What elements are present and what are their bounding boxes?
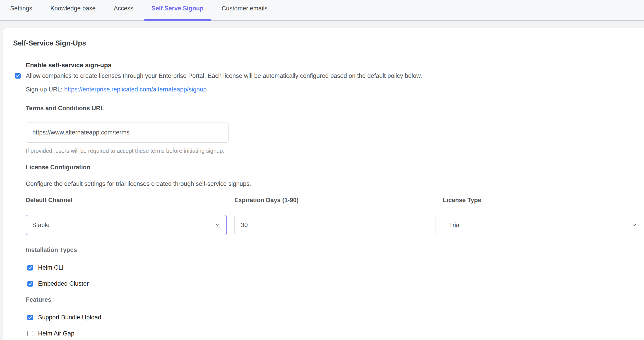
list-item: Helm CLI bbox=[28, 264, 644, 272]
support-bundle-upload-label: Support Bundle Upload bbox=[38, 314, 101, 321]
list-item: Helm Air Gap bbox=[28, 330, 644, 337]
list-item: Support Bundle Upload bbox=[28, 314, 644, 321]
license-type-field: License Type Trial bbox=[443, 196, 643, 235]
terms-url-help-text: If provided, users will be required to a… bbox=[26, 147, 644, 154]
helm-air-gap-label: Helm Air Gap bbox=[38, 330, 74, 337]
license-fields-row: Default Channel Stable Expiration Days (… bbox=[26, 196, 644, 235]
chevron-down-icon bbox=[215, 222, 220, 228]
installation-types-list: Helm CLI Embedded Cluster bbox=[28, 264, 644, 288]
enable-signups-row: Allow companies to create licenses throu… bbox=[15, 72, 644, 80]
default-channel-field: Default Channel Stable bbox=[26, 196, 227, 235]
terms-url-input[interactable] bbox=[26, 122, 229, 142]
default-channel-select[interactable]: Stable bbox=[26, 215, 227, 235]
embedded-cluster-checkbox[interactable] bbox=[28, 281, 33, 286]
features-label: Features bbox=[26, 296, 644, 304]
tab-self-serve-signup[interactable]: Self Serve Signup bbox=[144, 0, 211, 20]
embedded-cluster-label: Embedded Cluster bbox=[38, 280, 89, 288]
signup-url-link[interactable]: https://enterprise.replicated.com/altern… bbox=[64, 86, 207, 93]
terms-url-label: Terms and Conditions URL bbox=[26, 104, 644, 112]
checkmark-icon bbox=[28, 315, 32, 320]
support-bundle-upload-checkbox[interactable] bbox=[28, 315, 33, 320]
checkmark-icon bbox=[28, 282, 32, 286]
features-list: Support Bundle Upload Helm Air Gap bbox=[28, 314, 644, 337]
installation-types-label: Installation Types bbox=[26, 246, 644, 254]
signup-url-line: Sign-up URL: https://enterprise.replicat… bbox=[26, 86, 644, 93]
license-type-label: License Type bbox=[443, 196, 643, 204]
tab-customer-emails[interactable]: Customer emails bbox=[214, 0, 275, 20]
license-type-value: Trial bbox=[449, 222, 631, 229]
license-type-select[interactable]: Trial bbox=[443, 215, 643, 235]
list-item: Embedded Cluster bbox=[28, 280, 644, 288]
expiration-days-input[interactable] bbox=[234, 215, 436, 235]
license-configuration-heading: License Configuration bbox=[26, 164, 644, 171]
default-channel-value: Stable bbox=[32, 222, 215, 229]
enable-signups-description: Allow companies to create licenses throu… bbox=[26, 72, 422, 80]
tab-knowledge-base[interactable]: Knowledge base bbox=[43, 0, 103, 20]
self-service-signups-card: Self-Service Sign-Ups Enable self-servic… bbox=[3, 28, 644, 340]
expiration-days-label: Expiration Days (1-90) bbox=[234, 196, 436, 204]
helm-cli-label: Helm CLI bbox=[38, 264, 64, 272]
checkmark-icon bbox=[16, 74, 20, 78]
license-configuration-description: Configure the default settings for trial… bbox=[26, 180, 644, 188]
enable-signups-checkbox[interactable] bbox=[15, 73, 20, 78]
chevron-down-icon bbox=[631, 222, 637, 228]
enable-signups-heading: Enable self-service sign-ups bbox=[26, 61, 644, 69]
helm-air-gap-checkbox[interactable] bbox=[28, 331, 33, 336]
signup-url-label: Sign-up URL: bbox=[26, 86, 62, 93]
settings-tab-bar: Settings Knowledge base Access Self Serv… bbox=[0, 0, 644, 20]
helm-cli-checkbox[interactable] bbox=[28, 265, 33, 270]
checkmark-icon bbox=[28, 266, 32, 270]
tab-settings[interactable]: Settings bbox=[3, 0, 40, 20]
expiration-days-field: Expiration Days (1-90) bbox=[234, 196, 436, 235]
default-channel-label: Default Channel bbox=[26, 196, 227, 204]
tab-access[interactable]: Access bbox=[106, 0, 141, 20]
page-title: Self-Service Sign-Ups bbox=[13, 39, 644, 47]
